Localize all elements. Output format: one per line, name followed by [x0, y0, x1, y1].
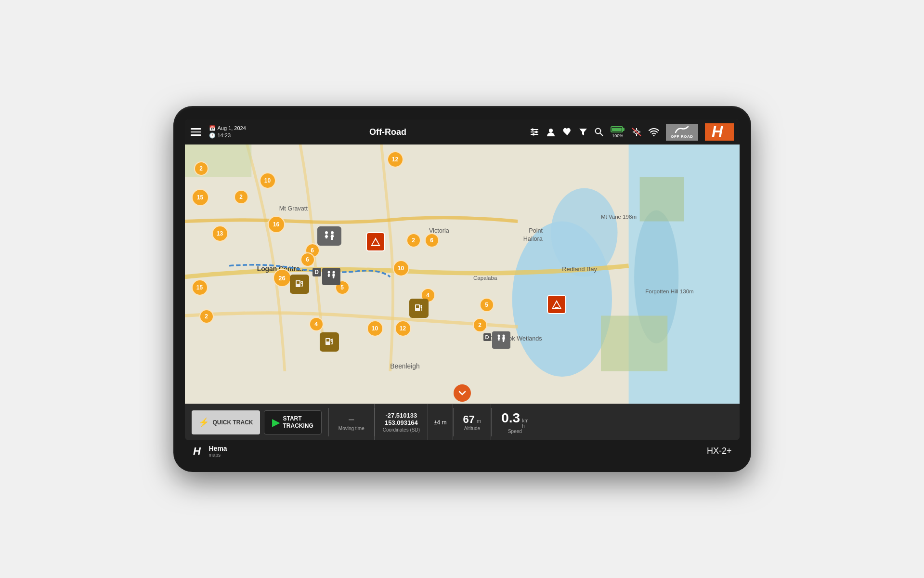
hema-logo-icon: H — [193, 444, 206, 458]
cluster-marker-10[interactable]: 6 — [425, 233, 439, 248]
cluster-marker-6[interactable]: 13 — [212, 225, 228, 242]
profile-icon[interactable] — [546, 127, 556, 137]
svg-point-41 — [420, 307, 422, 308]
poi-services-marker-1[interactable] — [317, 226, 341, 246]
cluster-marker-9[interactable]: 2 — [406, 233, 421, 248]
svg-point-6 — [549, 129, 553, 132]
quick-track-button[interactable]: ⚡ QUICK TRACK — [192, 410, 260, 434]
coordinates-lat: -27.510133 — [385, 412, 417, 419]
battery-percentage: 100% — [612, 133, 623, 138]
quick-track-label: QUICK TRACK — [213, 419, 253, 426]
device-frame: 📅 Aug 1, 2024 🕐 14:23 Off-Road — [173, 106, 751, 472]
altitude-value: 67 — [463, 413, 475, 426]
svg-text:Beenleigh: Beenleigh — [390, 362, 419, 370]
chevron-down-icon — [458, 389, 467, 397]
moving-time-label: Moving time — [338, 426, 364, 431]
cluster-marker-20[interactable]: 12 — [395, 320, 411, 337]
svg-point-58 — [327, 271, 330, 274]
hema-brand-sub: maps — [209, 452, 227, 458]
svg-rect-40 — [416, 305, 419, 308]
altitude-label: Altitude — [464, 426, 480, 431]
speed-value: 0.3 — [501, 410, 520, 426]
settings-sliders-icon[interactable] — [530, 128, 539, 136]
status-bar: ⚡ QUICK TRACK ▶ STARTTRACKING – Moving t… — [185, 404, 740, 440]
speed-label: Speed — [508, 429, 522, 434]
svg-point-55 — [331, 231, 334, 234]
cluster-marker-11[interactable]: 10 — [393, 260, 409, 276]
moving-time-value: – — [349, 414, 354, 425]
svg-point-69 — [502, 335, 505, 337]
tracking-controls: ⚡ QUICK TRACK ▶ STARTTRACKING — [185, 404, 328, 440]
date-time-display: 📅 Aug 1, 2024 🕐 14:23 — [209, 125, 246, 140]
filter-icon[interactable] — [579, 128, 587, 136]
cluster-marker-4[interactable]: 2 — [234, 190, 248, 204]
altitude-section: 67 m Altitude — [454, 404, 492, 440]
svg-point-3 — [535, 131, 538, 133]
map-area[interactable]: Mt Gravatt Victoria Logan Centra... Capa… — [185, 144, 740, 404]
menu-button[interactable] — [191, 128, 201, 136]
cluster-marker-19[interactable]: 10 — [367, 320, 383, 337]
svg-point-38 — [301, 283, 302, 284]
time-value: 14:23 — [218, 132, 231, 139]
cluster-marker-7[interactable]: 16 — [268, 216, 285, 233]
offroad-mode-label: OFF-ROAD — [671, 134, 693, 139]
cluster-marker-5[interactable]: 12 — [387, 151, 403, 168]
poi-fuel-marker-3[interactable] — [320, 332, 339, 352]
svg-point-1 — [532, 129, 534, 131]
speed-unit-h: h — [522, 423, 528, 429]
poi-camping-marker-2[interactable] — [547, 295, 566, 314]
cluster-marker-2[interactable]: 10 — [260, 172, 276, 189]
favorites-heart-icon[interactable] — [562, 128, 572, 136]
cluster-marker-14[interactable]: 26 — [273, 269, 291, 287]
cluster-marker-13[interactable]: 5 — [480, 298, 494, 312]
accuracy-section: ±4 m — [428, 404, 453, 440]
svg-text:Redland Bay: Redland Bay — [562, 266, 597, 273]
top-navigation-bar: 📅 Aug 1, 2024 🕐 14:23 Off-Road — [185, 119, 740, 144]
start-tracking-button[interactable]: ▶ STARTTRACKING — [264, 410, 322, 434]
poi-fuel-marker-2[interactable] — [409, 299, 429, 318]
svg-point-19 — [551, 188, 617, 276]
svg-text:Hallora: Hallora — [523, 236, 543, 242]
diesel-marker-3[interactable]: D — [483, 333, 491, 341]
svg-rect-23 — [601, 315, 667, 371]
svg-text:Mt Gravatt: Mt Gravatt — [279, 205, 308, 212]
search-icon[interactable] — [594, 127, 604, 137]
cluster-marker-1[interactable]: 2 — [194, 161, 208, 176]
moving-time-section: – Moving time — [329, 404, 375, 440]
hema-brand-name: Hema — [209, 445, 227, 452]
battery-indicator: 100% — [611, 126, 625, 138]
poi-fuel-marker-1[interactable] — [290, 275, 309, 294]
cluster-marker-22[interactable]: 6 — [300, 252, 315, 267]
hema-logo-button[interactable]: H — [705, 123, 734, 141]
clock-icon: 🕐 — [209, 132, 216, 139]
speed-unit-km: km — [522, 418, 528, 423]
hema-maps-logo: H Hema maps — [193, 444, 227, 458]
svg-point-65 — [497, 335, 500, 337]
svg-point-7 — [596, 129, 601, 134]
coordinates-lon: 153.093164 — [385, 419, 418, 426]
svg-point-62 — [332, 271, 335, 274]
expand-scroll-button[interactable] — [454, 384, 471, 402]
date-value: Aug 1, 2024 — [218, 125, 246, 132]
svg-text:H: H — [193, 445, 201, 457]
cluster-marker-3[interactable]: 15 — [192, 189, 209, 206]
poi-camping-marker-1[interactable] — [366, 232, 385, 251]
cluster-marker-18[interactable]: 4 — [309, 317, 324, 331]
offroad-mode-button[interactable]: OFF-ROAD — [666, 124, 698, 141]
diesel-marker-1[interactable]: D — [312, 268, 321, 276]
wifi-icon[interactable] — [649, 128, 659, 136]
svg-text:H: H — [712, 123, 723, 140]
svg-text:Forgotten Hill 130m: Forgotten Hill 130m — [645, 289, 694, 294]
cluster-marker-17[interactable]: 2 — [199, 309, 214, 324]
cluster-marker-21[interactable]: 2 — [473, 318, 487, 332]
svg-rect-43 — [326, 339, 329, 342]
device-model-label: HX-2+ — [707, 446, 732, 456]
diesel-marker-2[interactable] — [322, 268, 340, 285]
coordinates-label: Coordinates (SD) — [383, 427, 420, 433]
services-marker-bottom[interactable] — [492, 331, 510, 349]
device-branding: H Hema maps HX-2+ — [185, 440, 740, 459]
play-icon: ▶ — [272, 417, 279, 428]
gps-disabled-icon[interactable] — [631, 127, 642, 137]
cluster-marker-15[interactable]: 15 — [192, 279, 208, 296]
svg-point-15 — [653, 135, 655, 136]
